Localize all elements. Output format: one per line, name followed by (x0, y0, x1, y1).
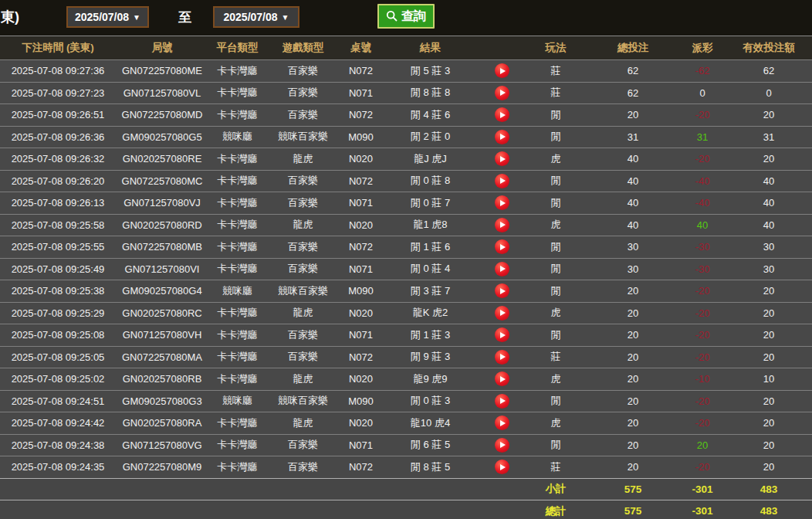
cell-valid-bet: 20 (726, 461, 812, 473)
subtotal-total-bet: 575 (587, 483, 679, 495)
cell-round-id: GM090257080G3 (116, 395, 208, 407)
grand-total-label: 總計 (525, 504, 587, 518)
cell-round-id: GN072257080M9 (116, 461, 208, 473)
cell-total-bet: 30 (587, 241, 679, 253)
cell-table-number: N071 (340, 87, 382, 99)
replay-button[interactable] (495, 460, 509, 474)
cell-replay (479, 86, 525, 100)
replay-button[interactable] (495, 371, 509, 386)
cell-game-type: 龍虎 (266, 416, 340, 430)
cell-valid-bet: 20 (726, 439, 812, 451)
header-bet-time: 下注時間 (美東) (0, 41, 116, 55)
table-row: 2025-07-08 09:25:55 GN072257080MB 卡卡灣廳 百… (0, 236, 812, 258)
cell-result: 閒 1 莊 6 (382, 240, 479, 254)
play-icon (500, 244, 506, 250)
replay-button[interactable] (495, 130, 509, 144)
cell-replay (479, 195, 525, 210)
play-icon (500, 288, 506, 294)
cell-bet-time: 2025-07-08 09:26:20 (0, 175, 116, 187)
cell-bet-type: 莊 (525, 64, 587, 78)
search-icon (386, 10, 398, 22)
replay-button[interactable] (495, 306, 509, 321)
cell-valid-bet: 31 (726, 131, 812, 143)
replay-button[interactable] (495, 350, 509, 365)
cell-platform: 卡卡灣廳 (208, 240, 266, 254)
replay-button[interactable] (495, 239, 509, 254)
replay-button[interactable] (495, 438, 509, 453)
cell-round-id: GM090257080G5 (116, 131, 208, 143)
cell-table-number: N071 (340, 197, 382, 209)
cell-payout: -20 (679, 395, 726, 407)
cell-result: 閒 0 莊 4 (382, 262, 479, 276)
grand-total-row: 總計 575 -301 483 (0, 500, 812, 519)
cell-bet-time: 2025-07-08 09:24:35 (0, 461, 116, 473)
replay-button[interactable] (495, 262, 509, 276)
cell-platform: 卡卡灣廳 (208, 64, 266, 78)
cell-bet-type: 閒 (525, 328, 587, 342)
cell-bet-time: 2025-07-08 09:25:05 (0, 351, 116, 363)
cell-payout: 20 (679, 439, 726, 451)
header-platform: 平台類型 (208, 41, 266, 55)
cell-game-type: 百家樂 (266, 240, 340, 254)
cell-table-number: N072 (340, 175, 382, 187)
table-row: 2025-07-08 09:25:49 GN071257080VI 卡卡灣廳 百… (0, 258, 812, 280)
cell-round-id: GM090257080G4 (116, 285, 208, 297)
cell-bet-type: 閒 (525, 196, 587, 210)
cell-result: 龍9 虎9 (382, 372, 479, 386)
cell-game-type: 百家樂 (266, 460, 340, 474)
cell-game-type: 百家樂 (266, 438, 340, 452)
replay-button[interactable] (495, 327, 509, 342)
cell-total-bet: 30 (587, 263, 679, 275)
cell-round-id: GN020257080RB (116, 373, 208, 385)
cell-round-id: GN072257080MB (116, 241, 208, 253)
cell-bet-type: 閒 (525, 108, 587, 122)
cell-total-bet: 20 (587, 351, 679, 363)
replay-button[interactable] (495, 416, 509, 430)
cell-table-number: N071 (340, 439, 382, 451)
play-icon (500, 156, 506, 162)
cell-bet-time: 2025-07-08 09:25:55 (0, 241, 116, 253)
table-row: 2025-07-08 09:25:05 GN072257080MA 卡卡灣廳 百… (0, 346, 812, 368)
cell-bet-time: 2025-07-08 09:26:36 (0, 131, 116, 143)
grand-total-valid-bet: 483 (726, 505, 812, 517)
cell-table-number: N020 (340, 153, 382, 165)
replay-button[interactable] (495, 107, 509, 122)
cell-bet-type: 莊 (525, 86, 587, 100)
replay-button[interactable] (495, 283, 509, 298)
play-icon (500, 354, 506, 360)
date-from-value: 2025/07/08 (75, 11, 129, 23)
search-button[interactable]: 查詢 (377, 4, 435, 29)
cell-bet-type: 虎 (525, 306, 587, 320)
cell-table-number: N020 (340, 219, 382, 231)
replay-button[interactable] (495, 195, 509, 210)
cell-valid-bet: 40 (726, 175, 812, 187)
subtotal-payout: -301 (679, 483, 726, 495)
cell-platform: 卡卡灣廳 (208, 438, 266, 452)
cell-game-type: 百家樂 (266, 86, 340, 100)
cell-payout: -20 (679, 285, 726, 297)
cell-result: 閒 0 莊 3 (382, 394, 479, 408)
cell-game-type: 百家樂 (266, 64, 340, 78)
cell-platform: 競咪廳 (208, 130, 266, 144)
date-to-picker[interactable]: 2025/07/08 ▼ (213, 6, 299, 28)
grand-total-total-bet: 575 (587, 505, 679, 517)
replay-button[interactable] (495, 151, 509, 166)
date-from-picker[interactable]: 2025/07/08 ▼ (66, 6, 149, 28)
cell-table-number: N071 (340, 329, 382, 341)
replay-button[interactable] (495, 63, 509, 78)
table-row: 2025-07-08 09:24:38 GN071257080VG 卡卡灣廳 百… (0, 434, 812, 456)
replay-button[interactable] (495, 86, 509, 100)
replay-button[interactable] (495, 394, 509, 409)
cell-result: 閒 4 莊 6 (382, 108, 479, 122)
play-icon (500, 178, 506, 184)
cell-bet-type: 閒 (525, 130, 587, 144)
toolbar: 東) 2025/07/08 ▼ 至 2025/07/08 ▼ 查詢 (0, 0, 812, 36)
cell-result: 閒 0 莊 8 (382, 174, 479, 188)
replay-button[interactable] (495, 218, 509, 232)
cell-total-bet: 20 (587, 329, 679, 341)
replay-button[interactable] (495, 174, 509, 188)
cell-payout: -40 (679, 175, 726, 187)
cell-platform: 競咪廳 (208, 284, 266, 298)
play-icon (500, 266, 506, 272)
cell-result: 閒 5 莊 3 (382, 64, 479, 78)
